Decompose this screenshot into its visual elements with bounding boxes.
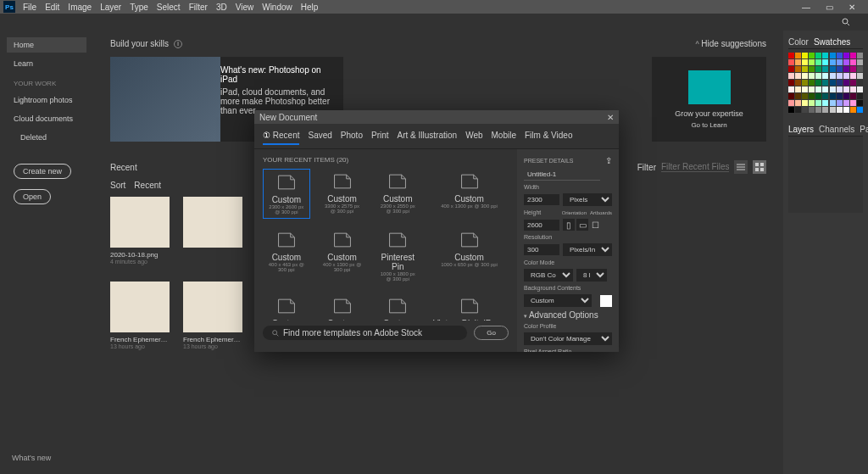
swatch[interactable] bbox=[788, 80, 794, 86]
swatch[interactable] bbox=[850, 53, 856, 59]
menu-help[interactable]: Help bbox=[297, 3, 323, 12]
swatch[interactable] bbox=[809, 107, 815, 113]
swatch[interactable] bbox=[802, 86, 808, 92]
nav-cloud[interactable]: Cloud documents bbox=[7, 111, 86, 126]
tab-print[interactable]: Print bbox=[371, 127, 389, 145]
swatch[interactable] bbox=[788, 100, 794, 106]
swatch[interactable] bbox=[815, 73, 821, 79]
tab-web[interactable]: Web bbox=[465, 127, 482, 145]
swatch[interactable] bbox=[837, 73, 843, 79]
swatch[interactable] bbox=[815, 66, 821, 72]
layers-tab[interactable]: Layers bbox=[788, 125, 814, 134]
swatch[interactable] bbox=[843, 100, 849, 106]
height-input[interactable] bbox=[524, 220, 559, 231]
swatch[interactable] bbox=[815, 100, 821, 106]
swatch[interactable] bbox=[830, 66, 836, 72]
swatch[interactable] bbox=[843, 66, 849, 72]
swatch[interactable] bbox=[802, 73, 808, 79]
bit-depth-select[interactable]: 8 bit bbox=[576, 269, 607, 282]
preset-item[interactable]: Custom2300 x 2550 px @ 300 ppi bbox=[374, 169, 421, 219]
swatch[interactable] bbox=[802, 59, 808, 65]
swatch[interactable] bbox=[815, 93, 821, 99]
preset-item[interactable]: Custom bbox=[374, 293, 421, 321]
swatch[interactable] bbox=[843, 86, 849, 92]
swatch[interactable] bbox=[815, 53, 821, 59]
swatch[interactable] bbox=[830, 53, 836, 59]
recent-thumb[interactable] bbox=[183, 197, 242, 265]
units-select[interactable]: Pixels bbox=[563, 193, 612, 206]
swatch[interactable] bbox=[843, 59, 849, 65]
filter-input[interactable] bbox=[661, 162, 729, 172]
swatch[interactable] bbox=[802, 66, 808, 72]
swatch[interactable] bbox=[830, 93, 836, 99]
swatch[interactable] bbox=[843, 107, 849, 113]
swatch[interactable] bbox=[830, 86, 836, 92]
swatch[interactable] bbox=[850, 80, 856, 86]
swatch[interactable] bbox=[830, 80, 836, 86]
swatch[interactable] bbox=[857, 59, 863, 65]
menu-type[interactable]: Type bbox=[125, 3, 153, 12]
minimize-icon[interactable]: — bbox=[798, 3, 815, 12]
swatch[interactable] bbox=[809, 100, 815, 106]
swatch[interactable] bbox=[809, 66, 815, 72]
orient-portrait[interactable]: ▯ bbox=[563, 219, 575, 231]
swatch[interactable] bbox=[809, 93, 815, 99]
profile-select[interactable]: Don't Color Manage bbox=[524, 332, 612, 345]
swatch[interactable] bbox=[843, 80, 849, 86]
recent-thumb[interactable]: 2020-10-18.png4 minutes ago bbox=[110, 197, 170, 265]
swatch[interactable] bbox=[822, 86, 828, 92]
swatch[interactable] bbox=[857, 80, 863, 86]
swatch[interactable] bbox=[822, 73, 828, 79]
swatch[interactable] bbox=[788, 93, 794, 99]
orient-landscape[interactable]: ▭ bbox=[576, 219, 588, 231]
recent-thumb[interactable]: French Ephemera Journal Tag 12...13 hour… bbox=[183, 282, 242, 349]
menu-3d[interactable]: 3D bbox=[212, 3, 231, 12]
swatch[interactable] bbox=[809, 59, 815, 65]
swatch[interactable] bbox=[802, 100, 808, 106]
width-input[interactable] bbox=[524, 194, 559, 205]
swatch[interactable] bbox=[809, 86, 815, 92]
swatch[interactable] bbox=[822, 80, 828, 86]
swatch[interactable] bbox=[815, 107, 821, 113]
swatch[interactable] bbox=[830, 59, 836, 65]
swatch[interactable] bbox=[850, 66, 856, 72]
swatch[interactable] bbox=[830, 100, 836, 106]
tab-mobile[interactable]: Mobile bbox=[492, 127, 516, 145]
color-mode-select[interactable]: RGB Color bbox=[524, 269, 573, 282]
bg-swatch[interactable] bbox=[600, 295, 612, 307]
swatches-tab[interactable]: Swatches bbox=[814, 37, 850, 47]
swatch[interactable] bbox=[795, 66, 801, 72]
preset-item[interactable]: Custom bbox=[319, 293, 366, 321]
menu-select[interactable]: Select bbox=[153, 3, 185, 12]
swatch[interactable] bbox=[843, 53, 849, 59]
preset-item[interactable]: Custom3300 x 2575 px @ 300 ppi bbox=[319, 169, 366, 219]
tab-saved[interactable]: Saved bbox=[308, 127, 331, 145]
swatch[interactable] bbox=[788, 53, 794, 59]
swatch[interactable] bbox=[809, 80, 815, 86]
recent-thumb[interactable]: French Ephemera Journal Tag 1...13 hours… bbox=[110, 282, 170, 349]
swatch[interactable] bbox=[843, 73, 849, 79]
info-icon[interactable]: i bbox=[174, 40, 182, 48]
preset-item[interactable]: VintageDigitalRose 2000x1... bbox=[430, 293, 509, 321]
swatch[interactable] bbox=[837, 59, 843, 65]
open-button[interactable]: Open bbox=[14, 189, 51, 204]
swatch[interactable] bbox=[795, 86, 801, 92]
swatch[interactable] bbox=[830, 73, 836, 79]
tab-film[interactable]: Film & Video bbox=[525, 127, 573, 145]
swatch[interactable] bbox=[837, 66, 843, 72]
bg-select[interactable]: Custom bbox=[524, 294, 592, 307]
tab-art[interactable]: Art & Illustration bbox=[398, 127, 458, 145]
swatch[interactable] bbox=[822, 100, 828, 106]
preset-item[interactable]: Custom400 x 1300 px @ 300 ppi bbox=[430, 169, 509, 219]
doc-name-input[interactable] bbox=[524, 169, 600, 181]
swatch[interactable] bbox=[815, 59, 821, 65]
nav-learn[interactable]: Learn bbox=[7, 56, 86, 71]
swatch[interactable] bbox=[802, 80, 808, 86]
swatch[interactable] bbox=[850, 59, 856, 65]
swatch[interactable] bbox=[850, 100, 856, 106]
swatch[interactable] bbox=[857, 93, 863, 99]
swatch[interactable] bbox=[850, 93, 856, 99]
swatch[interactable] bbox=[837, 86, 843, 92]
swatch[interactable] bbox=[850, 73, 856, 79]
swatch[interactable] bbox=[815, 86, 821, 92]
